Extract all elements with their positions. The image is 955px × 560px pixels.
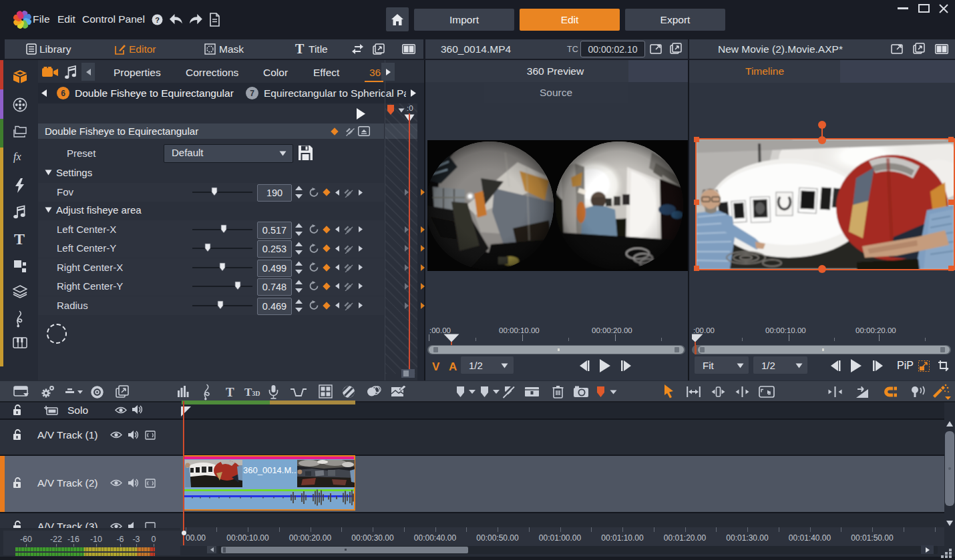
svg-text:?: ? [155,16,160,24]
